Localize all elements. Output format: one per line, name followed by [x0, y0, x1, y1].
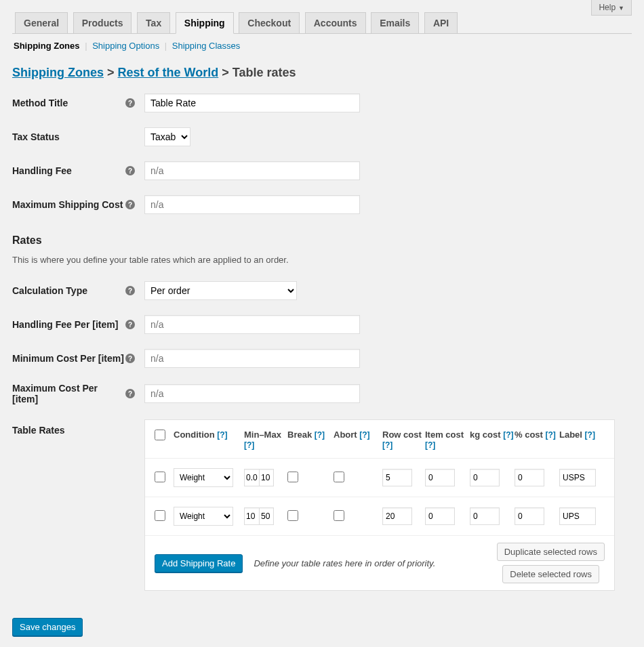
breadcrumb-zone-link[interactable]: Rest of the World — [118, 66, 219, 79]
help-icon[interactable]: ? — [125, 166, 135, 175]
table-rates-label: Table Rates — [12, 425, 65, 436]
delete-rows-button[interactable]: Delete selected rows — [502, 565, 599, 583]
help-icon[interactable]: ? — [125, 354, 135, 363]
table-header-row: Condition [?] Min–Max [?] Break [?] Abor… — [145, 420, 614, 459]
help-link[interactable]: [?] — [217, 430, 227, 440]
calc-type-label: Calculation Type — [12, 285, 87, 296]
tab-accounts[interactable]: Accounts — [305, 12, 366, 33]
select-all-checkbox[interactable] — [155, 430, 165, 440]
help-icon[interactable]: ? — [125, 98, 135, 108]
save-changes-button[interactable]: Save changes — [12, 618, 83, 636]
subnav-shipping-classes[interactable]: Shipping Classes — [172, 41, 240, 51]
tax-status-select[interactable]: Taxable — [144, 127, 190, 146]
chevron-down-icon: ▼ — [618, 5, 624, 12]
condition-select[interactable]: Weight — [174, 468, 233, 487]
handling-fee-input[interactable] — [144, 161, 360, 180]
max-shipping-cost-input[interactable] — [144, 195, 360, 214]
footer-hint: Define your table rates here in order of… — [254, 558, 496, 568]
tab-products[interactable]: Products — [73, 12, 132, 33]
help-icon[interactable]: ? — [125, 200, 135, 209]
row-checkbox[interactable] — [155, 510, 165, 521]
item-cost-input[interactable] — [425, 507, 455, 525]
max-input[interactable] — [259, 507, 274, 525]
duplicate-rows-button[interactable]: Duplicate selected rows — [497, 543, 605, 561]
help-tab[interactable]: Help▼ — [591, 0, 632, 16]
abort-checkbox[interactable] — [334, 510, 344, 521]
help-link[interactable]: [?] — [382, 440, 393, 450]
tab-api[interactable]: API — [424, 12, 458, 33]
table-row: Weight — [145, 459, 614, 497]
settings-tabs: General Products Tax Shipping Checkout A… — [12, 0, 632, 34]
min-cost-item-input[interactable] — [144, 349, 360, 368]
help-icon[interactable]: ? — [125, 286, 135, 295]
subnav-shipping-options[interactable]: Shipping Options — [92, 41, 159, 51]
handling-fee-item-input[interactable] — [144, 315, 360, 334]
table-footer: Add Shipping Rate Define your table rate… — [145, 536, 614, 590]
shipping-subnav: Shipping Zones | Shipping Options | Ship… — [12, 34, 632, 58]
tab-checkout[interactable]: Checkout — [239, 12, 300, 33]
max-cost-item-label: Maximum Cost Per [item] — [12, 383, 125, 404]
rates-heading: Rates — [12, 234, 632, 247]
breadcrumb: Shipping Zones > Rest of the World > Tab… — [12, 66, 632, 80]
min-input[interactable] — [244, 469, 259, 486]
min-input[interactable] — [244, 507, 259, 525]
handling-fee-label: Handling Fee — [12, 165, 72, 176]
subnav-shipping-zones[interactable]: Shipping Zones — [14, 41, 80, 51]
method-title-label: Method Title — [12, 98, 68, 108]
help-link[interactable]: [?] — [244, 440, 254, 450]
tab-shipping[interactable]: Shipping — [176, 12, 234, 34]
calc-type-select[interactable]: Per order — [144, 281, 297, 300]
add-shipping-rate-button[interactable]: Add Shipping Rate — [155, 554, 243, 572]
row-cost-input[interactable] — [382, 469, 412, 486]
help-icon[interactable]: ? — [125, 320, 135, 329]
help-link[interactable]: [?] — [425, 440, 435, 450]
tab-general[interactable]: General — [15, 12, 68, 33]
pct-cost-input[interactable] — [515, 507, 544, 525]
pct-cost-input[interactable] — [515, 469, 544, 486]
condition-select[interactable]: Weight — [174, 507, 233, 526]
table-rates-box: Condition [?] Min–Max [?] Break [?] Abor… — [144, 419, 615, 591]
kg-cost-input[interactable] — [470, 507, 500, 525]
max-input[interactable] — [259, 469, 274, 486]
help-link[interactable]: [?] — [503, 430, 513, 440]
label-input[interactable] — [559, 507, 596, 525]
handling-fee-item-label: Handling Fee Per [item] — [12, 319, 118, 330]
method-title-input[interactable] — [144, 93, 360, 112]
breadcrumb-current: Table rates — [233, 66, 296, 79]
row-checkbox[interactable] — [155, 472, 165, 482]
abort-checkbox[interactable] — [334, 472, 344, 482]
label-input[interactable] — [559, 469, 596, 486]
min-cost-item-label: Minimum Cost Per [item] — [12, 353, 124, 364]
rates-desc: This is where you define your table rate… — [12, 255, 632, 265]
help-label: Help — [599, 3, 616, 12]
kg-cost-input[interactable] — [470, 469, 500, 486]
tab-emails[interactable]: Emails — [371, 12, 419, 33]
tab-tax[interactable]: Tax — [137, 12, 170, 33]
breadcrumb-zones-link[interactable]: Shipping Zones — [12, 66, 104, 79]
max-cost-item-input[interactable] — [144, 384, 360, 403]
help-link[interactable]: [?] — [359, 430, 369, 440]
break-checkbox[interactable] — [287, 510, 298, 521]
help-link[interactable]: [?] — [315, 430, 325, 440]
tax-status-label: Tax Status — [12, 131, 60, 142]
help-icon[interactable]: ? — [125, 389, 135, 398]
help-link[interactable]: [?] — [546, 430, 556, 440]
max-shipping-cost-label: Maximum Shipping Cost — [12, 199, 123, 210]
row-cost-input[interactable] — [382, 507, 412, 525]
table-row: Weight — [145, 497, 614, 536]
break-checkbox[interactable] — [287, 472, 298, 482]
help-link[interactable]: [?] — [585, 430, 595, 440]
item-cost-input[interactable] — [425, 469, 455, 486]
